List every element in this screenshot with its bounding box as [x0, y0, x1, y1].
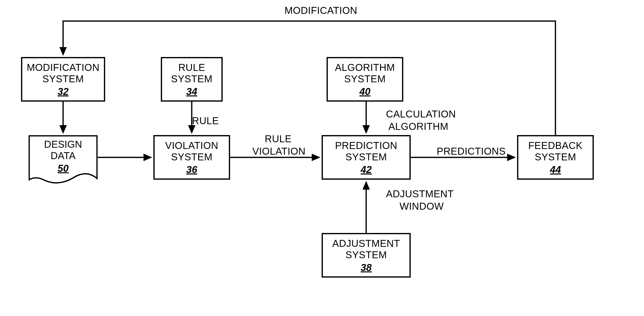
- node-algorithm-system: ALGORITHM SYSTEM 40: [326, 57, 403, 102]
- edge-label-rule: RULE: [192, 115, 219, 126]
- node-title-line1: ALGORITHM: [335, 62, 395, 73]
- node-ref: 42: [361, 164, 372, 175]
- edge-label-rule-violation-line1: RULE: [265, 133, 292, 144]
- node-ref: 40: [360, 86, 370, 97]
- node-title-line2: SYSTEM: [535, 151, 576, 162]
- node-violation-system: VIOLATION SYSTEM 36: [154, 135, 230, 180]
- node-title-line1: VIOLATION: [165, 140, 218, 151]
- node-ref: 34: [186, 86, 198, 97]
- node-title-line2: SYSTEM: [344, 73, 386, 84]
- node-title-line2: SYSTEM: [171, 151, 212, 162]
- node-ref: 44: [550, 164, 561, 175]
- edge-label-calc-alg-line1: CALCULATION: [386, 109, 456, 120]
- node-design-data: DESIGN DATA 50: [28, 135, 98, 185]
- node-title-line1: RULE: [178, 62, 205, 73]
- node-title-line1: PREDICTION: [335, 140, 397, 151]
- node-ref: 50: [58, 163, 69, 174]
- edge-label-predictions: PREDICTIONS: [437, 146, 506, 157]
- node-adjustment-system: ADJUSTMENT SYSTEM 38: [322, 233, 411, 278]
- node-title-line1: FEEDBACK: [528, 140, 583, 151]
- node-title-line1: MODIFICATION: [27, 62, 100, 73]
- node-title-line2: SYSTEM: [42, 73, 84, 84]
- node-ref: 32: [58, 86, 69, 97]
- node-ref: 36: [186, 164, 198, 175]
- node-title-line1: ADJUSTMENT: [332, 238, 400, 249]
- edge-feedback-to-modification: [63, 21, 556, 135]
- node-title-line2: DATA: [51, 150, 76, 161]
- node-modification-system: MODIFICATION SYSTEM 32: [21, 57, 105, 102]
- node-title-line2: SYSTEM: [171, 73, 212, 84]
- edge-label-adj-win-line2: WINDOW: [400, 201, 444, 212]
- edge-label-adj-win-line1: ADJUSTMENT: [386, 188, 454, 200]
- node-title-line1: DESIGN: [44, 139, 82, 150]
- node-rule-system: RULE SYSTEM 34: [161, 57, 223, 102]
- node-title-line2: SYSTEM: [346, 249, 387, 260]
- edge-label-modification: MODIFICATION: [284, 5, 357, 16]
- node-ref: 38: [361, 262, 372, 273]
- node-prediction-system: PREDICTION SYSTEM 42: [322, 135, 411, 180]
- edge-label-rule-violation-line2: VIOLATION: [252, 146, 306, 157]
- edge-label-calc-alg-line2: ALGORITHM: [388, 121, 448, 132]
- diagram-canvas: MODIFICATION RULE RULE VIOLATION CALCULA…: [0, 0, 644, 316]
- node-feedback-system: FEEDBACK SYSTEM 44: [517, 135, 594, 180]
- node-title-line2: SYSTEM: [346, 151, 387, 162]
